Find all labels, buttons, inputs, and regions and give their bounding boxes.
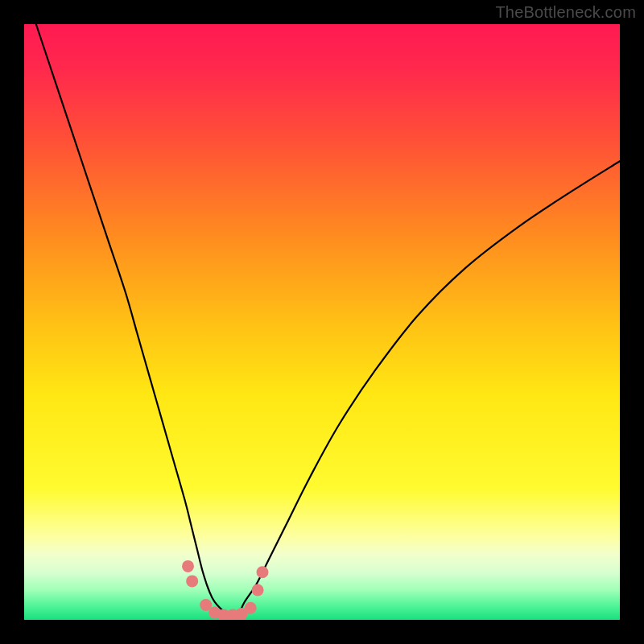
marker-point <box>257 566 269 578</box>
marker-point <box>252 584 264 597</box>
marker-point <box>186 575 198 587</box>
gradient-background <box>24 24 620 620</box>
plot-area <box>24 24 620 620</box>
chart-frame: TheBottleneck.com <box>0 0 644 644</box>
watermark-text: TheBottleneck.com <box>495 3 636 22</box>
marker-point <box>245 602 257 614</box>
marker-point <box>182 560 194 572</box>
bottleneck-chart <box>24 24 620 620</box>
